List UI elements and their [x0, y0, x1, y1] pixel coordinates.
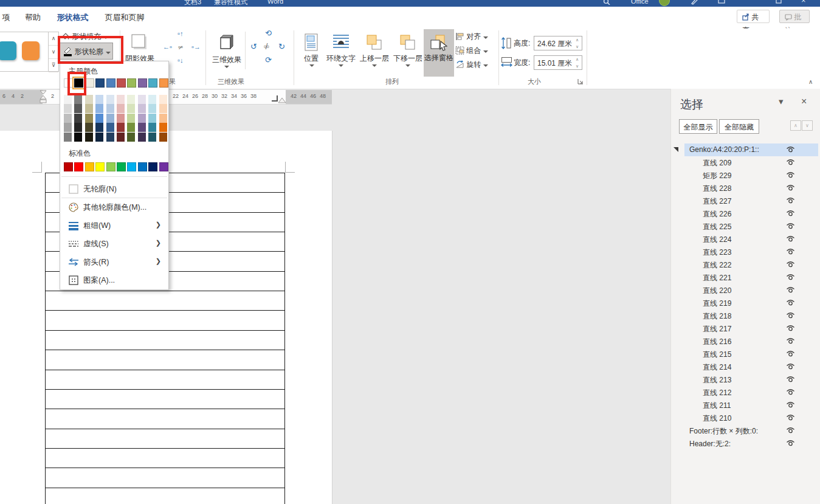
selection-item[interactable]: 直线 223: [671, 246, 820, 258]
theme-variant-swatch[interactable]: [106, 95, 114, 104]
theme-variant-swatch[interactable]: [138, 104, 146, 113]
theme-color-swatch[interactable]: [148, 78, 157, 88]
visibility-eye-icon[interactable]: [786, 362, 795, 370]
menu-item-3[interactable]: 虚线(S)❯: [60, 235, 168, 253]
theme-variant-swatch[interactable]: [117, 104, 125, 113]
tilt-back-icon[interactable]: ⟲: [265, 29, 272, 38]
visibility-eye-icon[interactable]: [786, 235, 795, 243]
theme-color-swatch[interactable]: [138, 78, 147, 88]
selection-item[interactable]: 直线 210: [671, 412, 820, 424]
standard-color-swatch[interactable]: [127, 162, 136, 171]
visibility-eye-icon[interactable]: [786, 388, 795, 396]
theme-variant-swatch[interactable]: [117, 133, 125, 142]
selection-item[interactable]: 直线 212: [671, 386, 820, 399]
theme-variant-swatch[interactable]: [117, 95, 125, 104]
comments-button[interactable]: 批注: [779, 10, 810, 23]
selection-item[interactable]: 直线 209: [671, 156, 820, 169]
theme-variant-swatch[interactable]: [159, 104, 167, 113]
standard-color-swatch[interactable]: [85, 162, 94, 171]
visibility-eye-icon[interactable]: [786, 145, 795, 153]
search-icon[interactable]: [603, 0, 610, 5]
theme-variant-swatch[interactable]: [95, 95, 103, 104]
show-all-button[interactable]: 全部显示: [679, 119, 717, 134]
theme-color-swatch[interactable]: [117, 78, 126, 88]
nudge-shadow-right-icon[interactable]: ▫→: [191, 43, 201, 50]
selection-item[interactable]: 直线 222: [671, 258, 820, 271]
standard-color-swatch[interactable]: [95, 162, 105, 171]
theme-variant-swatch[interactable]: [148, 95, 156, 104]
tilt-right-icon[interactable]: ↻: [278, 42, 285, 51]
theme-variant-swatch[interactable]: [106, 133, 114, 142]
menu-item-1[interactable]: 其他轮廓颜色(M)...: [60, 198, 168, 216]
visibility-eye-icon[interactable]: [786, 260, 795, 268]
theme-variant-swatch[interactable]: [95, 104, 103, 113]
visibility-eye-icon[interactable]: [786, 196, 795, 204]
hide-all-button[interactable]: 全部隐藏: [719, 119, 759, 134]
visibility-eye-icon[interactable]: [786, 247, 795, 255]
theme-variant-swatch[interactable]: [117, 114, 125, 123]
gallery-scroll-up-icon[interactable]: ∧: [49, 32, 58, 46]
theme-variant-swatch[interactable]: [138, 123, 146, 132]
selection-item[interactable]: 直线 213: [671, 373, 820, 386]
tab-2[interactable]: 形状格式: [56, 7, 89, 30]
theme-variant-swatch[interactable]: [85, 133, 93, 142]
visibility-eye-icon[interactable]: [786, 171, 795, 179]
theme-variant-swatch[interactable]: [106, 104, 114, 113]
theme-variant-swatch[interactable]: [64, 114, 72, 123]
tree-collapse-icon[interactable]: [674, 147, 678, 152]
theme-variant-swatch[interactable]: [74, 123, 82, 132]
theme-variant-swatch[interactable]: [127, 95, 135, 104]
theme-variant-swatch[interactable]: [74, 104, 82, 113]
visibility-eye-icon[interactable]: [786, 426, 795, 434]
theme-variant-swatch[interactable]: [127, 133, 135, 142]
align-button[interactable]: 对齐: [455, 30, 488, 43]
theme-color-swatch[interactable]: [159, 78, 168, 88]
theme-variant-swatch[interactable]: [64, 104, 72, 113]
selection-item[interactable]: 直线 227: [671, 195, 820, 207]
visibility-eye-icon[interactable]: [786, 350, 795, 357]
theme-variant-swatch[interactable]: [148, 114, 156, 123]
theme-variant-swatch[interactable]: [64, 123, 72, 132]
selection-pane-button[interactable]: 选择窗格: [424, 29, 454, 77]
theme-variant-swatch[interactable]: [64, 95, 72, 104]
tilt-forward-icon[interactable]: ⟳: [265, 55, 272, 64]
standard-color-swatch[interactable]: [138, 162, 147, 171]
collapse-ribbon-icon[interactable]: ∧: [808, 78, 813, 85]
theme-variant-swatch[interactable]: [148, 123, 156, 132]
standard-color-swatch[interactable]: [148, 162, 157, 171]
standard-color-swatch[interactable]: [106, 162, 115, 171]
visibility-eye-icon[interactable]: [786, 184, 795, 192]
size-dialog-launcher-icon[interactable]: [577, 78, 584, 85]
share-button[interactable]: 共享: [737, 10, 770, 23]
theme-variant-swatch[interactable]: [85, 104, 93, 113]
selection-root-item[interactable]: Genko:A4:20:20:P:1::: [671, 143, 820, 156]
theme-variant-swatch[interactable]: [148, 104, 156, 113]
theme-color-swatch[interactable]: [106, 78, 115, 88]
move-down-button[interactable]: ∨: [802, 120, 813, 131]
visibility-eye-icon[interactable]: [786, 299, 795, 306]
selection-item[interactable]: 直线 221: [671, 271, 820, 284]
theme-variant-swatch[interactable]: [159, 95, 167, 104]
visibility-eye-icon[interactable]: [786, 439, 795, 447]
selection-item[interactable]: 直线 224: [671, 233, 820, 246]
visibility-eye-icon[interactable]: [786, 324, 795, 332]
account-avatar[interactable]: [659, 0, 670, 6]
selection-item[interactable]: 直线 215: [671, 348, 820, 361]
gallery-scroll-down-icon[interactable]: ∨: [49, 46, 58, 59]
selection-item[interactable]: 直线 226: [671, 207, 820, 220]
visibility-eye-icon[interactable]: [786, 337, 795, 345]
height-input[interactable]: 24.62 厘米 ∧∨: [534, 36, 582, 50]
indent-markers[interactable]: [38, 90, 48, 104]
standard-color-swatch[interactable]: [159, 162, 168, 171]
theme-variant-swatch[interactable]: [148, 133, 156, 142]
theme-variant-swatch[interactable]: [159, 133, 167, 142]
selection-item[interactable]: 直线 217: [671, 322, 820, 335]
tab-3[interactable]: 页眉和页脚: [103, 7, 146, 29]
theme-variant-swatch[interactable]: [95, 114, 103, 123]
theme-variant-swatch[interactable]: [95, 123, 103, 132]
theme-variant-swatch[interactable]: [95, 133, 103, 142]
theme-variant-swatch[interactable]: [85, 123, 93, 132]
menu-item-2[interactable]: 粗细(W)❯: [60, 216, 168, 235]
visibility-eye-icon[interactable]: [786, 209, 795, 217]
tilt-cube-icon[interactable]: ▫̸▫: [264, 42, 269, 51]
